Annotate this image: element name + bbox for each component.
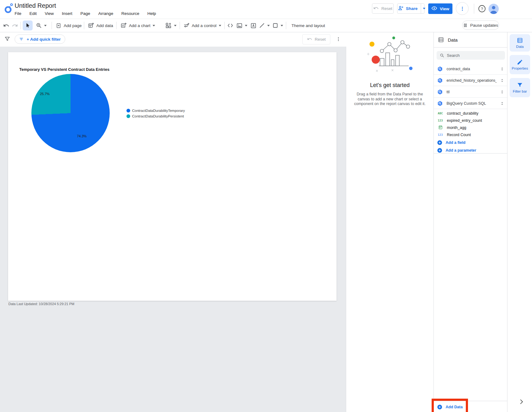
- header-more-options-button[interactable]: [456, 2, 469, 15]
- field-row[interactable]: ABC contract_durability: [434, 110, 507, 117]
- data-table-icon: [438, 37, 444, 43]
- filter-bar-more-options[interactable]: [336, 35, 341, 43]
- zoom-tool-button[interactable]: [36, 19, 47, 32]
- menu-view[interactable]: View: [45, 11, 54, 16]
- menu-page[interactable]: Page: [80, 11, 90, 16]
- share-button[interactable]: Share: [397, 3, 424, 14]
- data-source-row-expanded[interactable]: BigQuery Custom SQL: [434, 98, 507, 109]
- bigquery-icon: [437, 66, 443, 72]
- search-input[interactable]: [447, 53, 500, 58]
- tab-filter-bar[interactable]: Filter bar: [510, 78, 530, 97]
- add-data-button[interactable]: Add data: [88, 19, 113, 32]
- community-visualizations-button[interactable]: [165, 19, 177, 32]
- number-type-icon: 123: [437, 119, 444, 122]
- funnel-icon: [517, 82, 523, 88]
- text-button[interactable]: [250, 19, 257, 32]
- filter-reset-button[interactable]: Reset: [302, 34, 330, 44]
- chevron-down-icon: [44, 25, 47, 26]
- data-source-row[interactable]: enriched_history_operations_sorob...: [434, 75, 507, 86]
- person-add-icon: [398, 5, 404, 12]
- menu-help[interactable]: Help: [147, 11, 156, 16]
- chevron-down-icon: [267, 25, 270, 26]
- data-source-row[interactable]: contract_data: [434, 63, 507, 75]
- add-a-field-button[interactable]: Add a field: [434, 139, 507, 146]
- getting-started-heading: Let's get started: [346, 82, 433, 89]
- bigquery-icon: [437, 100, 443, 107]
- add-chart-icon: [121, 22, 127, 29]
- theme-and-layout-button[interactable]: Theme and layout: [291, 19, 325, 32]
- unfold-less-icon[interactable]: [500, 101, 504, 106]
- tab-data[interactable]: Data: [510, 34, 530, 52]
- filter-funnel-icon: [4, 36, 10, 42]
- filter-list-icon: [19, 37, 24, 42]
- view-button[interactable]: View: [428, 3, 452, 14]
- add-page-button[interactable]: Add page: [56, 19, 82, 32]
- shape-tool-button[interactable]: [272, 19, 283, 32]
- menu-arrange[interactable]: Arrange: [98, 11, 113, 16]
- chevron-down-icon: [153, 25, 155, 26]
- field-row[interactable]: month_agg: [434, 124, 507, 131]
- embed-icon: [227, 22, 234, 29]
- select-tool-button[interactable]: [23, 19, 33, 32]
- undo-icon: [307, 36, 312, 43]
- add-quick-filter-button[interactable]: + Add quick filter: [15, 34, 65, 44]
- chevron-down-icon: [174, 25, 177, 26]
- text-box-icon: [250, 22, 257, 29]
- report-page[interactable]: Temporary VS Persistent Contract Data En…: [8, 52, 337, 301]
- menu-edit[interactable]: Edit: [30, 11, 37, 16]
- chevron-down-icon: [245, 25, 247, 26]
- image-button[interactable]: [236, 19, 247, 32]
- community-viz-icon: [165, 22, 172, 29]
- menu-file[interactable]: File: [15, 11, 21, 16]
- text-type-icon: ABC: [437, 112, 444, 115]
- data-panel-search[interactable]: [437, 51, 505, 60]
- add-data-button-bottom[interactable]: Add Data: [434, 403, 507, 411]
- field-row[interactable]: 123 Record Count: [434, 131, 507, 138]
- undo-icon: [373, 5, 379, 12]
- rectangle-icon: [272, 22, 278, 29]
- header-reset-button[interactable]: Reset: [372, 3, 394, 14]
- tab-properties[interactable]: Properties: [510, 55, 530, 74]
- share-dropdown[interactable]: [421, 4, 427, 13]
- chevron-down-icon: [281, 25, 283, 26]
- data-panel-header: Data: [434, 32, 507, 48]
- unfold-more-icon[interactable]: [500, 67, 504, 71]
- collapse-panel-chevron[interactable]: [518, 398, 525, 405]
- embed-button[interactable]: [227, 19, 234, 32]
- add-page-icon: [56, 23, 62, 29]
- add-control-button[interactable]: Add a control: [183, 19, 221, 32]
- toolbar-divider: [52, 22, 52, 29]
- unfold-more-icon[interactable]: [500, 78, 504, 83]
- calendar-type-icon: [437, 125, 444, 130]
- report-title[interactable]: Untitled Report: [15, 2, 56, 9]
- pause-updates-button[interactable]: Pause updates: [462, 21, 499, 30]
- getting-started-body: Drag a field from the Data Panel to the …: [353, 92, 427, 107]
- right-panel-tabs: Data Properties Filter bar: [507, 32, 532, 412]
- menu-insert[interactable]: Insert: [62, 11, 72, 16]
- undo-button[interactable]: [3, 19, 9, 32]
- field-row[interactable]: 123 expired_entry_count: [434, 117, 507, 124]
- add-chart-button[interactable]: Add a chart: [121, 19, 155, 32]
- toolbar-divider: [84, 22, 84, 29]
- chart-title: Temporary VS Persistent Contract Data En…: [19, 67, 109, 72]
- user-avatar[interactable]: [488, 4, 499, 14]
- kebab-menu-icon: [336, 37, 341, 42]
- plus-circle-icon: [437, 148, 443, 153]
- legend-item: ContractDataDurabilityPersistent: [126, 114, 185, 118]
- getting-started-panel: Let's get started Drag a field from the …: [346, 32, 433, 412]
- data-panel: Data contract_data enriched_history_oper…: [433, 32, 507, 412]
- svg-text:?: ?: [481, 7, 483, 11]
- unfold-more-icon[interactable]: [500, 90, 504, 94]
- help-button[interactable]: ?: [478, 5, 486, 13]
- pie-chart[interactable]: [31, 74, 110, 152]
- eye-icon: [431, 5, 437, 12]
- person-icon: [488, 4, 499, 14]
- menu-resource[interactable]: Resource: [121, 11, 139, 16]
- line-tool-button[interactable]: [259, 19, 270, 32]
- getting-started-illustration: [366, 35, 413, 75]
- bigquery-icon: [437, 89, 443, 95]
- toolbar-divider: [224, 22, 225, 29]
- legend-dot-persistent: [126, 114, 130, 118]
- redo-button[interactable]: [12, 19, 18, 32]
- data-source-row[interactable]: ttl: [434, 86, 507, 98]
